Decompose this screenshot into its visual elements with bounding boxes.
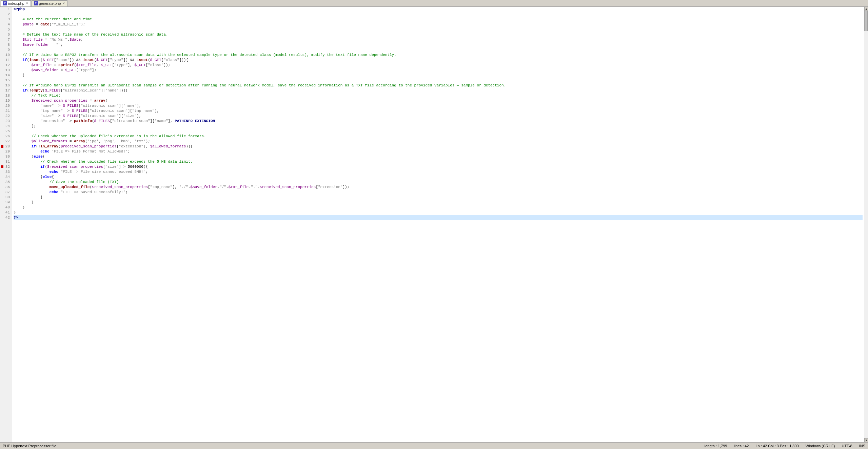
- line-number: 22: [2, 114, 10, 119]
- line-number: 9: [2, 47, 10, 53]
- line-number: 5: [2, 27, 10, 32]
- line-number: 14: [2, 73, 10, 78]
- code-line: }else{: [14, 175, 863, 180]
- code-line: if(isset($_GET["scan"]) && isset($_GET["…: [14, 58, 863, 63]
- status-length: length : 1,799: [705, 444, 727, 448]
- code-line: # Get the current date and time.: [14, 17, 863, 22]
- status-file-type: PHP Hypertext Preprocessor file: [3, 444, 705, 448]
- code-area[interactable]: <?php # Get the current date and time. $…: [12, 7, 864, 442]
- code-line: # Define the text file name of the recei…: [14, 32, 863, 37]
- scroll-down[interactable]: ▼: [864, 438, 868, 442]
- code-line: "extension" => pathinfo($_FILES["ultraso…: [14, 119, 863, 124]
- line-number: 21: [2, 108, 10, 114]
- code-line: $txt_file = "%s_%s_".$date;: [14, 37, 863, 42]
- code-line: }: [14, 205, 863, 210]
- scroll-up[interactable]: ▲: [864, 7, 868, 11]
- code-line: );: [14, 124, 863, 129]
- code-line: // If Arduino Nano ESP32 transfers the u…: [14, 53, 863, 58]
- code-line: // Check whether the uploaded file size …: [14, 159, 863, 164]
- line-number: 30: [2, 154, 10, 159]
- status-position: Ln : 42 Col : 3 Pos : 1,800: [755, 444, 798, 448]
- line-number: 2: [2, 12, 10, 17]
- code-line: $date = date("Y_m_d_H_i_s");: [14, 22, 863, 27]
- line-number: 29: [2, 149, 10, 154]
- line-number: 3: [2, 17, 10, 22]
- code-line: echo "FILE => File size cannot exceed 5M…: [14, 169, 863, 175]
- php-icon-2: P: [34, 1, 38, 5]
- tab-bar: P index.php ✕ P generate.php ✕: [0, 0, 868, 7]
- line-number: 7: [2, 37, 10, 42]
- status-mode: INS: [859, 444, 865, 448]
- line-number: 17: [2, 88, 10, 93]
- tab-close-generate[interactable]: ✕: [62, 2, 65, 5]
- code-line: $txt_file = sprintf($txt_file, $_GET["ty…: [14, 63, 863, 68]
- code-line: [14, 129, 863, 134]
- line-number: 23: [2, 119, 10, 124]
- code-line: $received_scan_properties = array(: [14, 98, 863, 103]
- code-line: if(!in_array($received_scan_properties["…: [14, 144, 863, 149]
- right-scrollbar[interactable]: ▲ ▼: [864, 7, 868, 442]
- line-number: 41: [2, 210, 10, 215]
- line-number: 20: [2, 103, 10, 108]
- tab-label-index: index.php: [8, 1, 24, 5]
- code-line: ?>: [14, 215, 863, 220]
- code-line: "size" => $_FILES["ultrasonic_scan"]["si…: [14, 114, 863, 119]
- line-number: 16: [2, 83, 10, 88]
- line-number: 15: [2, 78, 10, 83]
- line-number: 35: [2, 180, 10, 185]
- code-line: if(!empty($_FILES["ultrasonic_scan"]['na…: [14, 88, 863, 93]
- line-number: 26: [2, 134, 10, 139]
- status-lines: lines : 42: [734, 444, 749, 448]
- status-line-endings: Windows (CR LF): [806, 444, 835, 448]
- line-number: 24: [2, 124, 10, 129]
- code-line: echo "FILE => Saved Successfully!";: [14, 190, 863, 195]
- status-encoding: UTF-8: [842, 444, 852, 448]
- code-line: $allowed_formats = array('jpg', 'png', '…: [14, 139, 863, 144]
- line-number: 31: [2, 159, 10, 164]
- line-number: 10: [2, 53, 10, 58]
- line-number: 19: [2, 98, 10, 103]
- scroll-thumb[interactable]: [864, 11, 868, 31]
- line-number: 6: [2, 32, 10, 37]
- code-line: <?php: [14, 7, 863, 12]
- line-numbers: 1234567891011121314151617181920212223242…: [0, 7, 12, 442]
- tab-close-index[interactable]: ✕: [26, 2, 28, 5]
- code-line: [14, 47, 863, 53]
- code-line: }: [14, 200, 863, 205]
- code-line: // Text File:: [14, 93, 863, 98]
- line-number: 40: [2, 205, 10, 210]
- app: P index.php ✕ P generate.php ✕ 123456789…: [0, 0, 868, 449]
- code-line: echo 'FILE => File Format Not Allowed!';: [14, 149, 863, 154]
- line-number: 12: [2, 63, 10, 68]
- code-line: }: [14, 73, 863, 78]
- code-line: // Save the uploaded file (TXT).: [14, 180, 863, 185]
- line-number: 32: [2, 164, 10, 169]
- line-number: 33: [2, 169, 10, 175]
- line-number: 27: [2, 139, 10, 144]
- line-number: 42: [2, 215, 10, 220]
- code-line: if($received_scan_properties["size"] > 5…: [14, 164, 863, 169]
- line-number: 36: [2, 185, 10, 190]
- tab-generate-php[interactable]: P generate.php ✕: [32, 0, 67, 6]
- tab-index-php[interactable]: P index.php ✕: [1, 0, 31, 6]
- code-line: }: [14, 210, 863, 215]
- code-line: "name" => $_FILES["ultrasonic_scan"]["na…: [14, 103, 863, 108]
- code-line: }else{: [14, 154, 863, 159]
- line-number: 37: [2, 190, 10, 195]
- scroll-track[interactable]: [864, 11, 868, 438]
- code-line: $save_folder = $_GET["type"];: [14, 68, 863, 73]
- code-line: [14, 27, 863, 32]
- line-number: 18: [2, 93, 10, 98]
- status-right: length : 1,799 lines : 42 Ln : 42 Col : …: [705, 444, 865, 448]
- code-line: "tmp_name" => $_FILES["ultrasonic_scan"]…: [14, 108, 863, 114]
- line-number: 38: [2, 195, 10, 200]
- line-number: 11: [2, 58, 10, 63]
- code-line: $save_folder = "";: [14, 42, 863, 47]
- line-number: 39: [2, 200, 10, 205]
- line-number: 13: [2, 68, 10, 73]
- line-number: 4: [2, 22, 10, 27]
- status-bar: PHP Hypertext Preprocessor file length :…: [0, 442, 868, 449]
- line-number: 1: [2, 7, 10, 12]
- editor-container: 1234567891011121314151617181920212223242…: [0, 7, 868, 442]
- code-line: // If Arduino Nano ESP32 transmits an ul…: [14, 83, 863, 88]
